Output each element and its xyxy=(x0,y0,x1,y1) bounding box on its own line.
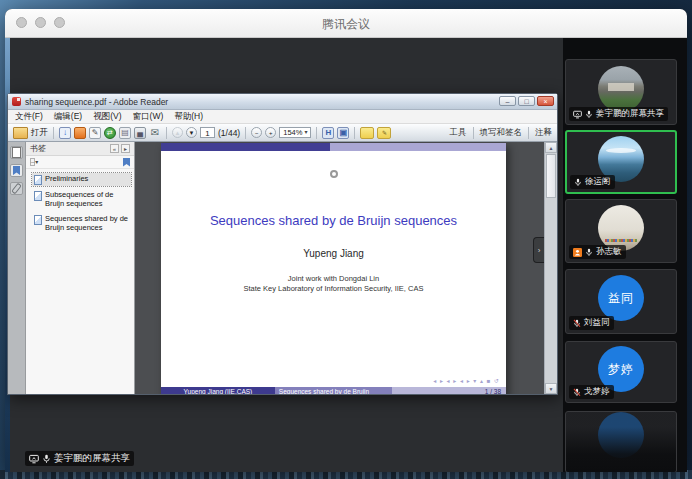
bookmark-item[interactable]: Subsequences of de Bruijn sequences xyxy=(32,189,131,210)
clipboard-icon[interactable]: ▤ xyxy=(119,127,131,139)
avatar xyxy=(598,66,644,112)
avatar: 益同 xyxy=(598,275,644,321)
page-thumbnails-tab[interactable] xyxy=(10,146,23,159)
fill-sign-button[interactable]: 填写和签名 xyxy=(480,127,523,139)
slide-affiliation-line: State Key Laboratory of Information Secu… xyxy=(161,284,506,293)
sign-icon[interactable]: ✎ xyxy=(89,127,101,139)
vertical-scrollbar[interactable]: ▲ ▼ xyxy=(544,142,557,394)
participant-tile[interactable]: 益同 刘益同 xyxy=(565,269,677,334)
highlight-comment-icon[interactable]: ✎ xyxy=(377,127,391,139)
paperclip-icon xyxy=(11,183,22,195)
page-icon xyxy=(12,147,21,158)
comment-button[interactable]: 注释 xyxy=(535,127,552,139)
participant-label: 徐运阁 xyxy=(570,175,615,189)
scrolling-mode-icon[interactable]: H xyxy=(322,127,334,139)
share-icon[interactable]: ⇄ xyxy=(104,127,116,139)
expand-bookmarks-control[interactable]: –▾ xyxy=(30,158,38,166)
shared-screen-view: sharing sequence.pdf - Adobe Reader – □ … xyxy=(5,38,563,472)
participant-tile[interactable]: 梦婷 戈梦婷 xyxy=(565,341,677,403)
menu-help[interactable]: 帮助(H) xyxy=(174,111,203,123)
desktop: 腾讯会议 sharing sequence.pdf - Adobe Reader… xyxy=(0,0,692,479)
menu-view[interactable]: 视图(V) xyxy=(93,111,121,123)
panel-menu-icon[interactable]: ▸ xyxy=(121,144,130,153)
previous-page-icon[interactable]: ▲ xyxy=(172,127,183,138)
adobe-close-button[interactable]: × xyxy=(537,96,554,106)
zoom-out-icon[interactable]: − xyxy=(251,127,262,138)
hide-pane-toggle[interactable]: › xyxy=(533,237,544,263)
participant-tile-partial[interactable] xyxy=(565,411,677,472)
mic-icon xyxy=(585,248,593,257)
participant-tile[interactable]: 孙志敏 xyxy=(565,199,677,263)
navigation-tabstrip xyxy=(8,142,26,394)
institute-logo xyxy=(330,170,338,178)
bookmark-options-icon[interactable] xyxy=(123,158,130,167)
slide-header-bar xyxy=(161,143,506,151)
adobe-window-title: sharing sequence.pdf - Adobe Reader xyxy=(25,97,168,107)
screen-share-icon xyxy=(29,454,39,464)
bookmarks-tab[interactable] xyxy=(10,164,23,177)
pdf-slide: Sequences shared by de Bruijn sequences … xyxy=(161,143,506,394)
collapse-panel-icon[interactable]: « xyxy=(110,144,119,153)
email-icon[interactable]: ✉ xyxy=(149,127,161,139)
adobe-menubar: 文件(F) 编辑(E) 视图(V) 窗口(W) 帮助(H) xyxy=(8,110,557,124)
mic-muted-icon xyxy=(573,319,581,328)
adobe-minimize-button[interactable]: – xyxy=(499,96,516,106)
page-number-input[interactable]: 1 xyxy=(200,127,215,138)
screen-share-icon xyxy=(573,110,582,119)
full-screen-icon[interactable]: ▣ xyxy=(337,127,349,139)
bookmark-label: Subsequences of de Bruijn sequences xyxy=(45,190,129,209)
menu-edit[interactable]: 编辑(E) xyxy=(54,111,82,123)
tencent-meeting-window: 腾讯会议 sharing sequence.pdf - Adobe Reader… xyxy=(5,9,687,472)
scroll-down-icon[interactable]: ▼ xyxy=(545,383,557,394)
menu-window[interactable]: 窗口(W) xyxy=(133,111,164,123)
adobe-maximize-button[interactable]: □ xyxy=(518,96,535,106)
adobe-titlebar[interactable]: sharing sequence.pdf - Adobe Reader – □ … xyxy=(8,94,557,110)
zoom-level-select[interactable]: 154% ▾ xyxy=(279,127,311,138)
footer-author: Yupeng Jiang (IIE,CAS) xyxy=(161,387,275,394)
document-view[interactable]: Sequences shared by de Bruijn sequences … xyxy=(135,142,544,394)
tile-cutoff-fade xyxy=(566,412,676,472)
next-page-icon[interactable]: ▼ xyxy=(186,127,197,138)
bookmark-item[interactable]: Preliminaries xyxy=(32,173,131,186)
scrollbar-thumb[interactable] xyxy=(546,154,556,198)
bookmark-label: Preliminaries xyxy=(45,174,88,183)
slide-title: Sequences shared by de Bruijn sequences xyxy=(161,213,506,228)
bookmark-item[interactable]: Sequences shared by de Bruijn sequences xyxy=(32,213,131,234)
sticky-note-icon[interactable] xyxy=(360,127,374,139)
participant-name: 孙志敏 xyxy=(596,246,622,258)
chevron-down-icon: ▾ xyxy=(304,127,307,138)
attachments-tab[interactable] xyxy=(10,182,23,195)
page-total-label: (1/44) xyxy=(218,128,240,138)
open-folder-icon[interactable] xyxy=(13,127,28,139)
scroll-up-icon[interactable]: ▲ xyxy=(545,142,557,153)
slide-author: Yupeng Jiang xyxy=(161,248,506,259)
open-button[interactable]: 打开 xyxy=(31,127,48,139)
zoom-in-icon[interactable]: + xyxy=(265,127,276,138)
save-icon[interactable]: ↓ xyxy=(59,127,71,139)
participant-label: 刘益同 xyxy=(569,316,614,330)
bookmark-icon xyxy=(13,166,20,175)
beamer-navigation-symbols: ◂ ▸ ◂ ▸ ◂ ▸ ▾ ▴ ■ ↺ xyxy=(433,377,500,384)
participant-label: 孙志敏 xyxy=(569,245,626,259)
slide-footer-bar: Yupeng Jiang (IIE,CAS) Sequences shared … xyxy=(161,387,506,394)
screen-share-banner-text: 姜宇鹏的屏幕共享 xyxy=(54,452,130,465)
adobe-reader-window: sharing sequence.pdf - Adobe Reader – □ … xyxy=(7,93,558,395)
screen-share-banner: 姜宇鹏的屏幕共享 xyxy=(25,451,134,466)
footer-title: Sequences shared by de Bruijn sequences xyxy=(275,387,392,394)
bookmark-page-icon xyxy=(34,191,42,201)
footer-page-number: 1 / 38 xyxy=(392,387,506,394)
tools-button[interactable]: 工具 xyxy=(450,127,467,139)
participant-tile-active-speaker[interactable]: 徐运阁 xyxy=(565,130,677,194)
participant-name: 徐运阁 xyxy=(585,176,611,188)
participant-name: 戈梦婷 xyxy=(584,386,610,398)
menu-file[interactable]: 文件(F) xyxy=(15,111,43,123)
participant-tile-screen-share[interactable]: 姜宇鹏的屏幕共享 xyxy=(565,59,677,125)
adobe-reader-icon xyxy=(12,97,21,106)
convert-icon[interactable] xyxy=(74,127,86,139)
bookmark-page-icon xyxy=(34,175,42,185)
bookmarks-panel: 书签 « ▸ –▾ xyxy=(26,142,135,394)
bookmark-label: Sequences shared by de Bruijn sequences xyxy=(45,214,129,233)
slide-collab-line: Joint work with Dongdai Lin xyxy=(161,274,506,283)
mic-icon xyxy=(585,110,593,119)
print-icon[interactable]: ▄ xyxy=(134,127,146,139)
